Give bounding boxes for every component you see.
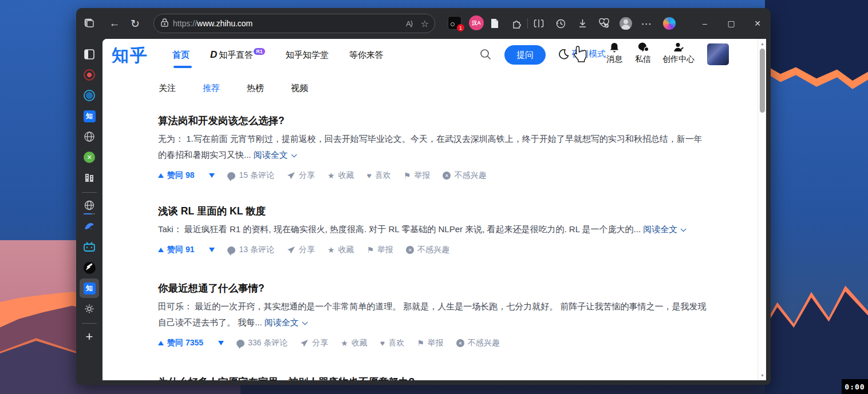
- feed-item: 算法岗和开发岗该怎么选择? 无为： 1.写在前面 元宵节刚过，提前返校，回去开始…: [158, 114, 707, 181]
- tab-favicon-loading-globe[interactable]: [80, 196, 99, 216]
- history-icon[interactable]: [552, 15, 569, 32]
- page-actions-icon[interactable]: [486, 15, 503, 32]
- like-button[interactable]: ♥喜欢: [380, 338, 404, 348]
- address-bar[interactable]: https://www.zhihu.com A⟩ ☆: [153, 14, 435, 33]
- copilot-icon[interactable]: [661, 15, 678, 32]
- minimize-button[interactable]: –: [692, 8, 718, 39]
- upvote-button[interactable]: 赞同 98: [158, 170, 194, 181]
- upvote-button[interactable]: 赞同 7355: [158, 338, 203, 348]
- workspaces-icon[interactable]: [81, 15, 98, 32]
- post-title[interactable]: 浅谈 RL 里面的 KL 散度: [158, 204, 707, 218]
- tab-following[interactable]: 关注: [158, 83, 176, 94]
- share-button[interactable]: 分享: [287, 170, 315, 181]
- upvote-icon: [158, 248, 164, 252]
- refresh-button[interactable]: ↻: [127, 15, 144, 32]
- chat-icon: [637, 42, 649, 53]
- sidebar-divider: [82, 192, 97, 193]
- mouse-cursor: [573, 46, 587, 65]
- sidebar-settings-icon[interactable]: [80, 299, 99, 319]
- post-title[interactable]: 为什么好多人宁愿宅在家里，被别人骂废物也不愿意努力?: [158, 375, 707, 380]
- share-button[interactable]: 分享: [287, 245, 315, 255]
- zhihu-header: 知乎 首页 D知乎直答R1 知乎知学堂 等你来答 提问 夜间模式 消息: [102, 39, 757, 71]
- sidebar-divider: [82, 323, 97, 324]
- share-icon: [300, 339, 309, 348]
- nav-item-zhida[interactable]: D知乎直答R1: [210, 49, 265, 61]
- tab-favicon-green[interactable]: [80, 148, 99, 167]
- post-title[interactable]: 你最近想通了什么事情?: [158, 281, 707, 295]
- more-menu-icon[interactable]: ⋯: [638, 15, 655, 32]
- upvote-button[interactable]: 赞同 91: [158, 245, 194, 255]
- scrollbar-thumb[interactable]: [760, 49, 765, 113]
- like-button[interactable]: ♥喜欢: [367, 170, 391, 181]
- read-more-link[interactable]: 阅读全文: [265, 317, 299, 327]
- tab-favicon-red[interactable]: [80, 65, 99, 85]
- comments-button[interactable]: 13 条评论: [227, 245, 274, 255]
- tab-favicon-blue[interactable]: [80, 86, 99, 105]
- report-button[interactable]: ⚑举报: [404, 170, 431, 181]
- lock-icon[interactable]: [161, 18, 168, 29]
- tab-favicon-bird[interactable]: [80, 217, 99, 236]
- tab-favicon-bilibili[interactable]: [80, 237, 99, 257]
- tab-video[interactable]: 视频: [290, 83, 309, 94]
- downvote-button[interactable]: [209, 248, 215, 252]
- messages-menu-item[interactable]: 消息: [598, 42, 630, 65]
- extension-icon[interactable]: 1: [448, 16, 461, 30]
- split-screen-icon[interactable]: [530, 15, 547, 32]
- private-messages-menu-item[interactable]: 私信: [627, 42, 659, 65]
- tab-favicon-globe[interactable]: [80, 127, 99, 146]
- browser-essentials-icon[interactable]: [595, 15, 613, 32]
- downloads-icon[interactable]: [574, 15, 591, 32]
- comments-button[interactable]: 15 条评论: [227, 170, 274, 181]
- read-aloud-icon[interactable]: A⟩: [406, 19, 413, 28]
- read-more-link[interactable]: 阅读全文: [254, 150, 288, 160]
- user-avatar[interactable]: [707, 43, 729, 65]
- nav-item-home[interactable]: 首页: [172, 50, 190, 61]
- search-icon[interactable]: [479, 48, 492, 63]
- share-button[interactable]: 分享: [300, 338, 328, 348]
- creator-center-menu-item[interactable]: 创作中心: [662, 42, 695, 65]
- downvote-button[interactable]: [209, 173, 215, 178]
- browser-window: ← ↻ https://www.zhihu.com A⟩ ☆ 1 汉A: [76, 8, 771, 385]
- new-tab-button[interactable]: +: [80, 327, 99, 347]
- back-button[interactable]: ←: [106, 15, 123, 32]
- nav-item-zhixuetang[interactable]: 知乎知学堂: [286, 50, 329, 61]
- heart-icon: ♥: [380, 339, 385, 347]
- scroll-up-arrow[interactable]: ▲: [758, 39, 766, 48]
- favorite-button[interactable]: ★收藏: [341, 338, 368, 348]
- page-scrollbar[interactable]: ▲ ▼: [757, 39, 766, 380]
- extensions-puzzle-icon[interactable]: [508, 15, 525, 32]
- report-button[interactable]: ⚑举报: [367, 245, 394, 255]
- vertical-tabs-toggle-icon[interactable]: [80, 45, 99, 64]
- ask-question-button[interactable]: 提问: [504, 45, 546, 65]
- downvote-button[interactable]: [218, 341, 224, 345]
- post-title[interactable]: 算法岗和开发岗该怎么选择?: [158, 114, 707, 128]
- tab-favicon-zhihu-active[interactable]: 知: [80, 278, 99, 298]
- not-interested-button[interactable]: ✕不感兴趣: [443, 170, 486, 181]
- tab-favicon-building[interactable]: [80, 168, 99, 188]
- favorite-button[interactable]: ★收藏: [328, 170, 354, 181]
- favorite-button[interactable]: ★收藏: [328, 245, 354, 255]
- tab-hot[interactable]: 热榜: [246, 83, 265, 94]
- zhihu-logo[interactable]: 知乎: [112, 44, 148, 67]
- add-favorite-icon[interactable]: ☆: [421, 18, 429, 29]
- not-interested-button[interactable]: ✕不感兴趣: [406, 245, 449, 255]
- recording-timer: 0:00: [842, 379, 868, 394]
- scroll-down-arrow[interactable]: ▼: [758, 371, 766, 380]
- active-nav-underline: [173, 66, 192, 68]
- feed-item: 你最近想通了什么事情? 田可乐： 最近的一次开窍，其实想通的是一个非常简单的道理…: [158, 281, 707, 348]
- not-interested-icon: ✕: [456, 339, 464, 347]
- not-interested-button[interactable]: ✕不感兴趣: [456, 338, 500, 348]
- tab-recommended[interactable]: 推荐: [202, 83, 220, 94]
- read-more-link[interactable]: 阅读全文: [643, 224, 677, 234]
- wallpaper-cloud-top: [765, 0, 868, 112]
- close-button[interactable]: ✕: [744, 8, 771, 39]
- tab-favicon-quill[interactable]: [80, 258, 99, 277]
- nav-item-waiting-answer[interactable]: 等你来答: [349, 50, 384, 61]
- comments-button[interactable]: 336 条评论: [236, 338, 287, 348]
- report-button[interactable]: ⚑举报: [417, 338, 444, 348]
- profile-avatar[interactable]: [617, 15, 634, 32]
- tab-favicon-zhihu[interactable]: 知: [80, 106, 99, 126]
- post-excerpt: 田可乐： 最近的一次开窍，其实想通的是一个非常简单的道理。 那就是，人生是一场长…: [158, 299, 707, 331]
- maximize-button[interactable]: ▢: [718, 8, 744, 39]
- translate-extension-icon[interactable]: 汉A: [469, 15, 484, 30]
